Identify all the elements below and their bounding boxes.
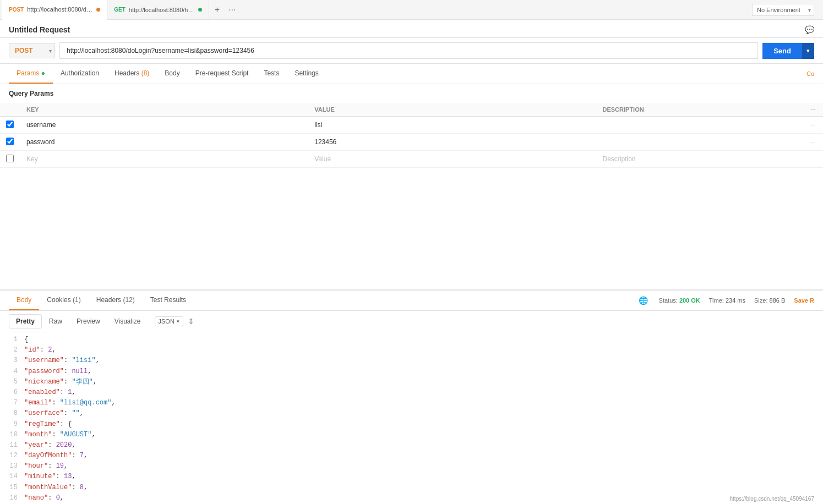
col-key: KEY: [20, 103, 308, 117]
tab-settings[interactable]: Settings: [287, 64, 326, 84]
params-table-header-row: KEY VALUE DESCRIPTION ···: [0, 103, 823, 117]
status-ok: 200 OK: [679, 297, 700, 304]
response-tabs-bar: Body Cookies (1) Headers (12) Test Resul…: [0, 291, 823, 311]
environment-selector: No Environment: [745, 4, 821, 16]
row2-actions: ···: [803, 134, 823, 151]
line-content: "enabled": 1,: [24, 387, 823, 398]
json-key: "username": [24, 357, 64, 364]
json-plain: ,: [91, 431, 95, 439]
json-plain: :: [48, 441, 56, 449]
json-number: 2020: [56, 441, 72, 449]
wrap-icon[interactable]: ⇕: [188, 317, 194, 326]
row3-value-input[interactable]: [308, 151, 596, 167]
subtab-visualize[interactable]: Visualize: [107, 314, 148, 328]
code-line: 14"minute": 13,: [0, 472, 823, 482]
send-dropdown-button[interactable]: ▾: [802, 43, 814, 59]
save-response-button[interactable]: Save R: [794, 297, 814, 304]
json-key: "nickname": [24, 378, 64, 386]
response-tab-cookies[interactable]: Cookies (1): [39, 291, 88, 310]
line-number: 10: [0, 430, 24, 440]
json-plain: ,: [72, 441, 75, 449]
tab-body[interactable]: Body: [157, 64, 187, 84]
tab-prerequest[interactable]: Pre-request Script: [188, 64, 257, 84]
line-number: 7: [0, 398, 24, 408]
tab-authorization[interactable]: Authorization: [53, 64, 107, 84]
col-actions: ···: [803, 103, 823, 117]
tab-get-hello[interactable]: GET http://localhost:8080/hello: [107, 0, 209, 20]
line-content: "nano": 0,: [24, 493, 823, 503]
json-plain: :: [72, 484, 79, 491]
response-tab-headers[interactable]: Headers (12): [89, 291, 143, 310]
subtab-preview[interactable]: Preview: [69, 314, 107, 328]
row3-desc-input[interactable]: [596, 151, 804, 167]
code-line: 4"password": null,: [0, 366, 823, 377]
json-plain: :: [64, 357, 72, 364]
json-plain: :: [52, 431, 59, 439]
comment-icon[interactable]: 💬: [805, 25, 814, 34]
response-tab-body[interactable]: Body: [9, 291, 39, 310]
subtab-raw[interactable]: Raw: [42, 314, 69, 328]
json-plain: :: [52, 399, 59, 407]
json-key: "password": [24, 368, 64, 375]
request-tabs-nav: Params ● Authorization Headers (8) Body …: [0, 64, 823, 84]
json-plain: ,: [72, 473, 75, 480]
tab-bar: POST http://localhost:8080/doLogin... GE…: [0, 0, 823, 20]
code-line: 7"email": "lisi@qq.com",: [0, 398, 823, 408]
json-plain: :: [64, 368, 72, 375]
line-content: "id": 2,: [24, 345, 823, 355]
line-number: 3: [0, 355, 24, 366]
code-line: 16"nano": 0,: [0, 493, 823, 503]
line-content: "username": "lisi",: [24, 355, 823, 366]
json-key: "dayOfMonth": [24, 452, 72, 459]
code-viewer: 1{2"id": 2,3"username": "lisi",4"passwor…: [0, 332, 823, 504]
environment-dropdown[interactable]: No Environment: [752, 4, 814, 16]
row3-key-input[interactable]: [20, 151, 308, 167]
response-subtabs: Pretty Raw Preview Visualize JSON ⇕: [0, 311, 823, 332]
row1-key-input[interactable]: [20, 117, 308, 133]
status-time: 234 ms: [726, 297, 745, 304]
tab-params[interactable]: Params ●: [9, 64, 53, 84]
request-title: Untitled Request: [9, 25, 70, 34]
line-number: 13: [0, 461, 24, 472]
json-key: "enabled": [24, 388, 60, 396]
more-tabs-button[interactable]: ···: [226, 4, 238, 16]
code-line: 10"month": "AUGUST",: [0, 430, 823, 440]
tab-url-post: http://localhost:8080/doLogin...: [27, 6, 93, 13]
json-null: null: [72, 368, 88, 375]
line-number: 6: [0, 387, 24, 398]
row3-checkbox[interactable]: [6, 155, 14, 162]
json-plain: :: [72, 452, 79, 459]
method-select[interactable]: POST GET PUT DELETE: [9, 43, 55, 58]
send-button[interactable]: Send: [762, 43, 802, 59]
add-tab-button[interactable]: +: [212, 4, 222, 16]
row2-value-input[interactable]: [308, 134, 596, 150]
response-tab-test-results[interactable]: Test Results: [143, 291, 194, 310]
row2-desc-input[interactable]: [596, 134, 804, 150]
tab-tests[interactable]: Tests: [256, 64, 287, 84]
row1-value-input[interactable]: [308, 117, 596, 133]
row1-desc-input[interactable]: [596, 117, 804, 133]
json-string: "lisi": [72, 357, 95, 364]
json-key: "hour": [24, 462, 48, 470]
response-status-label: Status: 200 OK: [659, 297, 700, 304]
format-select[interactable]: JSON: [155, 316, 183, 326]
json-plain: ,: [84, 452, 88, 459]
line-number: 11: [0, 440, 24, 451]
tab-headers[interactable]: Headers (8): [107, 64, 157, 84]
json-number: 7: [80, 452, 84, 459]
cutoff-indicator: Co: [806, 70, 814, 77]
url-input[interactable]: [59, 42, 758, 59]
row3-actions: [803, 151, 823, 168]
line-content: "year": 2020,: [24, 440, 823, 451]
line-number: 1: [0, 335, 24, 345]
line-content: "dayOfMonth": 7,: [24, 451, 823, 461]
code-line: 5"nickname": "李四",: [0, 377, 823, 387]
code-line: 1{: [0, 335, 823, 345]
json-key: "minute": [24, 473, 56, 480]
row1-checkbox[interactable]: [6, 120, 14, 128]
tab-post-dologin[interactable]: POST http://localhost:8080/doLogin...: [2, 0, 107, 20]
row2-key-input[interactable]: [20, 134, 308, 150]
row2-checkbox[interactable]: [6, 138, 14, 145]
subtab-pretty[interactable]: Pretty: [9, 314, 42, 328]
col-checkbox: [0, 103, 20, 117]
